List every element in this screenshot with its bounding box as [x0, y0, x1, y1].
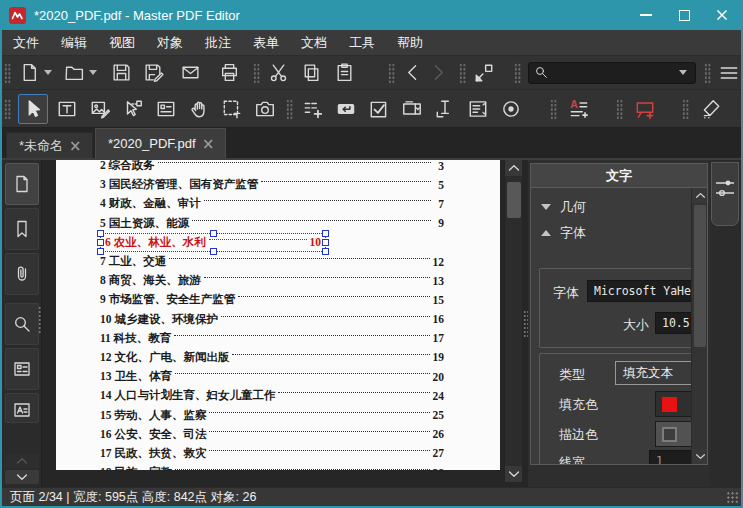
tab-close-icon[interactable] — [203, 139, 213, 149]
document-scrollbar[interactable] — [504, 160, 522, 482]
add-combobox-button[interactable] — [397, 94, 427, 124]
main-menu-button[interactable] — [718, 59, 741, 86]
selection-handle[interactable] — [322, 239, 329, 246]
line-width-field[interactable]: 1 — [649, 450, 693, 464]
panel-scroll-up-button[interactable] — [692, 188, 707, 203]
toc-row[interactable]: 4 财政、金融、审计 7 — [100, 194, 444, 213]
select-tool-button[interactable] — [18, 94, 48, 124]
search-input[interactable] — [549, 66, 676, 80]
properties-side-tab[interactable] — [711, 162, 739, 226]
fill-color-button[interactable] — [655, 391, 693, 417]
paste-button[interactable] — [333, 59, 356, 86]
add-text-annotation-button[interactable]: A — [564, 94, 594, 124]
edit-forms-tool-button[interactable] — [151, 94, 181, 124]
menu-annotation[interactable]: 批注 — [194, 30, 242, 55]
edit-image-tool-button[interactable] — [85, 94, 115, 124]
menu-object[interactable]: 对象 — [146, 30, 194, 55]
font-name-field[interactable]: Microsoft YaHei — [587, 280, 701, 302]
maximize-button[interactable] — [665, 0, 703, 30]
menu-file[interactable]: 文件 — [2, 30, 50, 55]
menu-edit[interactable]: 编辑 — [50, 30, 98, 55]
scrollbar-thumb[interactable] — [507, 182, 521, 218]
minimize-button[interactable] — [627, 0, 665, 30]
add-text-field-button[interactable] — [430, 94, 460, 124]
toc-row[interactable]: 12 文化、广电、新闻出版 19 — [100, 348, 444, 367]
add-checkbox-button[interactable] — [364, 94, 394, 124]
window-resize-grip[interactable] — [726, 491, 739, 504]
toc-row[interactable]: 5 国土资源、能源 9 — [100, 214, 444, 233]
toolbar-drag-grip[interactable] — [550, 99, 557, 119]
search-dropdown-caret[interactable] — [679, 70, 687, 75]
new-document-button[interactable] — [18, 59, 41, 86]
section-font[interactable]: 字体 — [541, 224, 586, 242]
toc-row[interactable]: 17 民政、扶贫、救灾 27 — [100, 444, 444, 463]
cut-button[interactable] — [267, 59, 290, 86]
print-button[interactable] — [218, 59, 241, 86]
sidebar-attachments-button[interactable] — [5, 253, 39, 295]
edit-path-tool-button[interactable] — [118, 94, 148, 124]
new-document-dropdown-caret[interactable] — [44, 70, 52, 75]
toc-row[interactable]: 16 公安、安全、司法 26 — [100, 425, 444, 444]
toolbar-drag-grip[interactable] — [514, 63, 521, 83]
search-box[interactable] — [528, 62, 696, 84]
menu-document[interactable]: 文档 — [290, 30, 338, 55]
sidebar-search-button[interactable] — [5, 303, 39, 345]
selection-handle[interactable] — [322, 230, 329, 237]
sidebar-form-fields-button[interactable] — [5, 348, 39, 390]
toc-row[interactable]: 3 国民经济管理、国有资产监管 5 — [100, 175, 444, 194]
toc-row[interactable]: 11 科技、教育 17 — [100, 329, 444, 348]
sidebar-bookmarks-button[interactable] — [5, 208, 39, 250]
sidebar-pages-button[interactable] — [5, 163, 39, 205]
menu-tools[interactable]: 工具 — [338, 30, 386, 55]
toolbar-drag-grip[interactable] — [286, 99, 293, 119]
toolbar-drag-grip[interactable] — [682, 99, 689, 119]
selected-text-object[interactable]: 6 农业、林业、水利 10 — [100, 233, 326, 252]
sidebar-scroll-down-button[interactable] — [5, 470, 39, 484]
panel-scrollbar[interactable] — [691, 188, 707, 464]
toc-row[interactable]: 8 商贸、海关、旅游 13 — [100, 271, 444, 290]
menu-view[interactable]: 视图 — [98, 30, 146, 55]
toc-row[interactable]: 18 民族、宗教 28 — [100, 463, 444, 470]
toc-row[interactable]: 14 人口与计划生育、妇女儿童工作 24 — [100, 386, 444, 405]
scroll-up-button[interactable] — [505, 160, 523, 176]
toolbar-drag-grip[interactable] — [459, 63, 466, 83]
toolbar-drag-grip[interactable] — [4, 63, 11, 83]
fit-selection-button[interactable] — [473, 59, 496, 86]
add-callout-button[interactable] — [630, 94, 660, 124]
toolbar-drag-grip[interactable] — [4, 99, 11, 119]
pdf-page[interactable]: 2 综合政务 3 3 国民经济管理、国有资产监管 5 4 财政、金融、审计 7 … — [56, 160, 500, 470]
selection-handle[interactable] — [322, 248, 329, 255]
close-button[interactable] — [703, 0, 741, 30]
toc-row[interactable]: 15 劳动、人事、监察 25 — [100, 405, 444, 424]
hand-tool-button[interactable] — [184, 94, 214, 124]
stroke-color-button[interactable] — [655, 421, 693, 447]
panel-scroll-down-button[interactable] — [692, 449, 707, 464]
tab-close-icon[interactable] — [70, 141, 80, 151]
menu-forms[interactable]: 表单 — [242, 30, 290, 55]
snapshot-tool-button[interactable] — [250, 94, 280, 124]
sidebar-properties-button[interactable] — [5, 393, 39, 423]
save-button[interactable] — [110, 59, 133, 86]
toc-row[interactable]: 7 工业、交通 12 — [100, 252, 444, 271]
edit-text-tool-button[interactable] — [52, 94, 82, 124]
selection-handle[interactable] — [97, 230, 104, 237]
document-viewport[interactable]: 2 综合政务 3 3 国民经济管理、国有资产监管 5 4 财政、金融、审计 7 … — [42, 160, 522, 487]
selection-handle[interactable] — [210, 248, 217, 255]
section-geometry[interactable]: 几何 — [541, 198, 586, 216]
copy-button[interactable] — [300, 59, 323, 86]
selection-handle[interactable] — [210, 230, 217, 237]
add-sticky-note-button[interactable] — [298, 94, 328, 124]
tab-2020-pdf[interactable]: *2020_PDF.pdf — [95, 128, 225, 158]
open-dropdown-caret[interactable] — [89, 70, 97, 75]
toc-row[interactable]: 2 综合政务 3 — [100, 160, 444, 175]
save-as-button[interactable] — [141, 59, 164, 86]
toolbar-drag-grip[interactable] — [388, 63, 395, 83]
toc-row[interactable]: 9 市场监管、安全生产监管 15 — [100, 290, 444, 309]
select-area-tool-button[interactable] — [217, 94, 247, 124]
tab-untitled[interactable]: *未命名 — [6, 132, 93, 158]
toc-row[interactable]: 10 城乡建设、环境保护 16 — [100, 310, 444, 329]
toolbar-drag-grip[interactable] — [616, 99, 623, 119]
open-button[interactable] — [63, 59, 86, 86]
forward-button[interactable] — [426, 59, 449, 86]
add-enter-field-button[interactable] — [331, 94, 361, 124]
